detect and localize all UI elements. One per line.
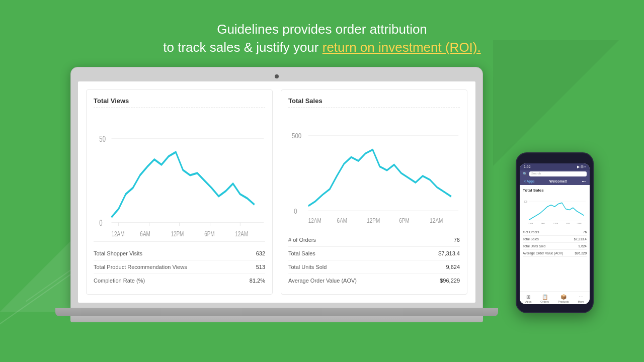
tab-products-label: Products bbox=[558, 300, 569, 303]
phone-stat-value: 76 bbox=[583, 230, 587, 234]
svg-text:12PM: 12PM bbox=[367, 217, 380, 224]
stat-row: Total Sales $7,313.4 bbox=[288, 247, 460, 260]
phone-nav-title: Welcome!! bbox=[549, 179, 567, 183]
stat-value: $96,229 bbox=[440, 278, 460, 284]
header-highlight: return on investment (ROI). bbox=[323, 40, 481, 55]
phone-section-title: Total Sales bbox=[523, 188, 587, 193]
phone-stat-value: $96,229 bbox=[575, 251, 587, 255]
stat-label: Average Order Value (AOV) bbox=[288, 278, 357, 284]
phone-time: 1:52 bbox=[524, 165, 531, 168]
phone-stat-row: Average Order Value (AOV) $96,229 bbox=[523, 250, 587, 257]
right-panel-title: Total Sales bbox=[288, 97, 460, 108]
phone-stat-label: # of Orders bbox=[523, 230, 539, 234]
search-input[interactable]: Search bbox=[529, 171, 587, 176]
svg-text:500: 500 bbox=[524, 200, 528, 204]
stat-row: Total Shopper Visits 632 bbox=[94, 247, 265, 260]
phone-stat-label: Total Units Sold bbox=[523, 244, 545, 248]
phone-screen: 1:52 ▶ ⊟ ▪ 🔍 Search < Apps Welcome!! •••… bbox=[520, 163, 590, 304]
stat-value: 76 bbox=[454, 237, 460, 243]
svg-text:12AM: 12AM bbox=[308, 217, 321, 224]
right-chart-area: 500 0 12AM 6AM 12PM 6PM 12AM bbox=[288, 112, 460, 225]
svg-text:500: 500 bbox=[292, 132, 301, 140]
svg-text:12AM: 12AM bbox=[528, 222, 533, 224]
laptop-screen-outer: Total Views 50 0 12AM 6 bbox=[70, 67, 483, 308]
svg-text:6AM: 6AM bbox=[140, 230, 150, 238]
stat-row: # of Orders 76 bbox=[288, 233, 460, 247]
tab-orders-label: Orders bbox=[540, 300, 549, 303]
stat-label: Total Units Sold bbox=[288, 264, 327, 270]
svg-text:12AM: 12AM bbox=[577, 222, 581, 224]
svg-text:50: 50 bbox=[99, 134, 106, 143]
stat-row: Total Units Sold 9,624 bbox=[288, 260, 460, 274]
header-line2: to track sales & justify your return on … bbox=[0, 38, 644, 56]
phone-nav-bar: < Apps Welcome!! ••• bbox=[520, 177, 590, 185]
tab-more[interactable]: ⋯ More bbox=[578, 294, 585, 303]
tab-products[interactable]: 📦 Products bbox=[558, 294, 569, 303]
phone-chart-area: 500 12AM 6AM 12PM 6PM 12AM bbox=[523, 195, 587, 225]
tab-more-label: More bbox=[578, 300, 585, 303]
stat-value: $7,313.4 bbox=[438, 250, 460, 256]
svg-text:0: 0 bbox=[99, 218, 102, 227]
stat-label: # of Orders bbox=[288, 237, 316, 243]
svg-text:12AM: 12AM bbox=[112, 230, 125, 238]
phone-status-bar: 1:52 ▶ ⊟ ▪ bbox=[520, 163, 590, 170]
laptop-foot bbox=[55, 308, 498, 316]
screen-content: Total Views 50 0 12AM 6 bbox=[78, 81, 475, 303]
phone-stat-row: # of Orders 76 bbox=[523, 229, 587, 236]
svg-text:12AM: 12AM bbox=[235, 230, 248, 238]
phone-stat-row: Total Sales $7,313.4 bbox=[523, 236, 587, 243]
svg-text:12AM: 12AM bbox=[430, 217, 443, 224]
phone-status-icons: ▶ ⊟ ▪ bbox=[577, 165, 586, 169]
left-chart-area: 50 0 12AM 6AM 12PM 6PM 12AM bbox=[94, 112, 265, 238]
laptop-base bbox=[70, 308, 483, 322]
phone-stat-row: Total Units Sold 9,624 bbox=[523, 243, 587, 250]
laptop-screen-inner: Total Views 50 0 12AM 6 bbox=[78, 81, 475, 303]
left-stats: Total Shopper Visits 632 Total Product R… bbox=[94, 241, 265, 287]
phone-stat-label: Average Order Value (AOV) bbox=[523, 251, 563, 255]
laptop-camera bbox=[275, 74, 279, 78]
phone-stat-value: 9,624 bbox=[579, 244, 587, 248]
phone-back[interactable]: < Apps bbox=[524, 179, 535, 183]
right-chart-svg: 500 0 12AM 6AM 12PM 6PM 12AM bbox=[288, 112, 460, 225]
svg-text:6PM: 6PM bbox=[566, 222, 570, 224]
svg-text:6PM: 6PM bbox=[399, 217, 409, 224]
phone: 1:52 ▶ ⊟ ▪ 🔍 Search < Apps Welcome!! •••… bbox=[516, 152, 594, 313]
header: Guidelines provides order attribution to… bbox=[0, 0, 644, 57]
stat-value: 513 bbox=[256, 264, 265, 270]
tab-apps[interactable]: ⊞ Apps bbox=[525, 294, 532, 303]
stat-value: 632 bbox=[256, 250, 265, 256]
laptop: Total Views 50 0 12AM 6 bbox=[70, 67, 483, 333]
stat-label: Completion Rate (%) bbox=[94, 278, 145, 284]
stat-label: Total Sales bbox=[288, 250, 315, 256]
left-chart-svg: 50 0 12AM 6AM 12PM 6PM 12AM bbox=[94, 112, 265, 238]
tab-orders[interactable]: 📋 Orders bbox=[540, 294, 549, 303]
phone-stat-value: $7,313.4 bbox=[574, 237, 587, 241]
phone-content: Total Sales 500 12AM 6AM 12PM 6PM 12AM bbox=[520, 185, 590, 292]
devices-container: Total Views 50 0 12AM 6 bbox=[0, 62, 644, 353]
stat-value: 81.2% bbox=[250, 278, 265, 284]
left-panel-title: Total Views bbox=[94, 97, 265, 108]
stat-label: Total Shopper Visits bbox=[94, 250, 142, 256]
apps-icon: ⊞ bbox=[526, 294, 530, 300]
phone-more[interactable]: ••• bbox=[582, 179, 586, 183]
stat-row: Total Product Recommendation Views 513 bbox=[94, 260, 265, 274]
right-stats: # of Orders 76 Total Sales $7,313.4 Tota… bbox=[288, 228, 460, 287]
left-panel: Total Views 50 0 12AM 6 bbox=[86, 89, 273, 295]
phone-search-bar: 🔍 Search bbox=[520, 170, 590, 177]
stat-value: 9,624 bbox=[446, 264, 460, 270]
header-line2-prefix: to track sales & justify your bbox=[163, 40, 322, 55]
header-line1: Guidelines provides order attribution bbox=[0, 20, 644, 38]
stat-row: Average Order Value (AOV) $96,229 bbox=[288, 274, 460, 287]
tab-apps-label: Apps bbox=[525, 300, 532, 303]
stat-row: Completion Rate (%) 81.2% bbox=[94, 274, 265, 287]
search-icon: 🔍 bbox=[523, 172, 527, 176]
phone-chart-svg: 500 12AM 6AM 12PM 6PM 12AM bbox=[523, 195, 587, 225]
svg-text:12PM: 12PM bbox=[171, 230, 184, 238]
phone-notch bbox=[545, 158, 565, 161]
svg-text:12PM: 12PM bbox=[553, 222, 558, 224]
svg-text:6AM: 6AM bbox=[541, 222, 544, 224]
svg-text:0: 0 bbox=[294, 207, 297, 215]
more-icon: ⋯ bbox=[579, 294, 584, 300]
products-icon: 📦 bbox=[560, 294, 567, 300]
phone-stat-label: Total Sales bbox=[523, 237, 539, 241]
